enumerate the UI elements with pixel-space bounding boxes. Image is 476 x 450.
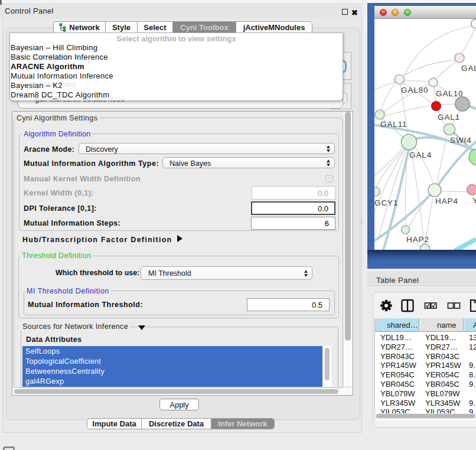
svg-text:GAL11: GAL11 — [380, 120, 407, 129]
svg-text:GAL1: GAL1 — [438, 113, 460, 122]
svg-text:YM: YM — [472, 196, 476, 205]
svg-text:GAL7: GAL7 — [461, 64, 476, 73]
svg-text:GAL4: GAL4 — [409, 151, 432, 159]
svg-text:GCY1: GCY1 — [374, 198, 398, 207]
svg-text:HAP4: HAP4 — [435, 197, 458, 206]
svg-text:GAL80: GAL80 — [401, 86, 429, 94]
svg-text:HAP2: HAP2 — [406, 235, 429, 244]
svg-text:SWI4: SWI4 — [450, 136, 472, 145]
svg-text:GAL10: GAL10 — [436, 89, 464, 98]
